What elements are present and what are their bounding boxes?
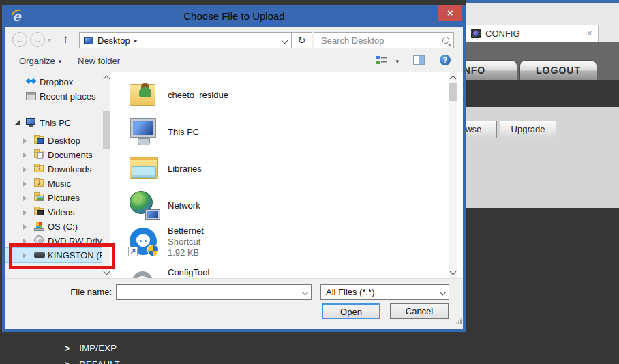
dialog-titlebar: e Choose File to Upload × xyxy=(5,5,463,27)
back-button[interactable]: ← xyxy=(12,32,27,47)
scroll-down-icon[interactable] xyxy=(450,269,457,275)
config-favicon-icon xyxy=(471,29,481,38)
expander-closed-icon[interactable] xyxy=(23,167,27,172)
file-name: Betternet xyxy=(168,226,204,237)
file-name: Libraries xyxy=(168,164,202,174)
organize-button[interactable]: Organize ▾ xyxy=(19,56,61,66)
search-box[interactable] xyxy=(314,32,454,48)
search-icon xyxy=(442,37,449,44)
dropbox-icon xyxy=(26,76,37,87)
os-drive-icon xyxy=(34,221,45,232)
libraries-icon xyxy=(128,153,160,184)
scroll-up-icon[interactable] xyxy=(450,76,457,82)
expander-closed-icon[interactable] xyxy=(23,181,27,187)
file-item-network[interactable]: Network xyxy=(110,187,438,224)
sidebar-item-label: OS (C:) xyxy=(48,222,78,232)
sidebar-item-videos[interactable]: Videos xyxy=(5,205,102,219)
command-bar: Organize ▾ New folder ▾ ? xyxy=(5,50,463,72)
upgrade-button[interactable]: Upgrade xyxy=(500,121,556,138)
resize-grip[interactable] xyxy=(456,318,462,324)
computer-icon xyxy=(26,117,37,128)
sidebar-item-label: Downloads xyxy=(48,164,91,175)
menu-item-imp-exp[interactable]: > IMP/EXP xyxy=(65,343,117,353)
sidebar-item-music[interactable]: Music xyxy=(5,177,102,191)
file-name-combo[interactable] xyxy=(116,284,312,300)
expander-closed-icon[interactable] xyxy=(23,210,27,215)
search-input[interactable] xyxy=(320,35,442,46)
expander-closed-icon[interactable] xyxy=(23,196,27,201)
sidebar-item-downloads[interactable]: Downloads xyxy=(5,162,102,177)
file-item-this-pc[interactable]: This PC xyxy=(110,113,438,150)
desktop-icon xyxy=(84,37,93,44)
preview-pane-icon[interactable] xyxy=(413,55,425,65)
breadcrumb[interactable]: Desktop xyxy=(97,35,130,46)
videos-folder-icon xyxy=(34,208,44,215)
scrollbar-thumb[interactable] xyxy=(449,83,457,101)
change-view-icon[interactable] xyxy=(376,56,387,66)
new-folder-button[interactable]: New folder xyxy=(78,56,120,66)
uac-shield-icon xyxy=(147,245,159,257)
shortcut-arrow-icon: ↗ xyxy=(128,247,138,256)
sidebar-item-os-c[interactable]: OS (C:) xyxy=(5,219,102,234)
list-scrollbar[interactable] xyxy=(449,72,457,278)
up-one-level-button[interactable]: ↑ xyxy=(63,33,69,46)
breadcrumb-arrow-icon[interactable]: ▸ xyxy=(134,37,138,44)
select-dropdown-icon xyxy=(439,289,446,296)
pictures-folder-icon xyxy=(34,194,44,201)
downloads-folder-icon xyxy=(34,165,44,172)
sidebar-item-dropbox[interactable]: Dropbox xyxy=(5,75,102,89)
file-item-configtool[interactable]: ConfigTool xyxy=(110,263,438,278)
dialog-footer: File name: All Files (*.*) Open Cancel xyxy=(5,278,463,325)
history-dropdown-icon[interactable]: ▾ xyxy=(48,36,51,44)
sidebar-item-recent-places[interactable]: Recent places xyxy=(5,89,102,104)
sidebar-item-desktop[interactable]: Desktop xyxy=(5,134,102,148)
documents-folder-icon xyxy=(34,151,44,158)
file-list: cheeto_residueThis PCLibrariesNetwork↗Be… xyxy=(110,72,463,278)
sidebar-item-item[interactable] xyxy=(5,271,102,278)
tab-close-icon[interactable]: × xyxy=(587,29,592,38)
file-item-libraries[interactable]: Libraries xyxy=(110,150,438,187)
expander-open-icon[interactable] xyxy=(15,120,20,125)
file-name: ConfigTool xyxy=(168,267,209,277)
open-button[interactable]: Open xyxy=(322,303,380,319)
sidebar-item-label: Recent places xyxy=(40,91,95,102)
browser-top-border xyxy=(466,0,619,3)
forward-button[interactable]: → xyxy=(30,32,45,47)
sidebar-item-label: Music xyxy=(48,179,71,189)
chevron-right-icon: > xyxy=(65,359,70,364)
sidebar-item-documents[interactable]: Documents xyxy=(5,148,102,162)
sidebar-item-label: Desktop xyxy=(48,136,80,146)
file-type-select[interactable]: All Files (*.*) xyxy=(320,284,449,300)
scroll-down-icon[interactable] xyxy=(104,269,110,275)
refresh-button[interactable]: ↻ xyxy=(291,32,312,48)
scroll-up-icon[interactable] xyxy=(104,76,110,82)
tab-logout[interactable]: LOGOUT xyxy=(519,60,597,80)
choose-file-dialog: e Choose File to Upload × ← → ▾ ↑ Deskto… xyxy=(2,5,466,332)
expander-closed-icon[interactable] xyxy=(23,153,27,158)
help-icon[interactable]: ? xyxy=(440,55,451,65)
file-item-cheeto-residue[interactable]: cheeto_residue xyxy=(110,76,438,113)
recent-places-icon xyxy=(26,92,36,100)
scrollbar-thumb[interactable] xyxy=(103,111,110,149)
betternet-shortcut-icon: ↗ xyxy=(128,226,160,258)
sidebar-item-label: Videos xyxy=(48,207,75,217)
menu-item-default[interactable]: > DEFAULT xyxy=(65,359,120,364)
dialog-close-button[interactable]: × xyxy=(438,5,462,21)
browser-tab-title: CONFIG xyxy=(485,29,587,39)
file-item-betternet[interactable]: ↗BetternetShortcut1.92 KB xyxy=(110,224,438,260)
combo-dropdown-icon xyxy=(301,289,308,296)
file-name-label: File name: xyxy=(5,287,112,297)
expander-closed-icon[interactable] xyxy=(23,224,27,230)
expander-closed-icon[interactable] xyxy=(23,138,27,144)
sidebar-item-this-pc[interactable]: This PC xyxy=(5,116,102,130)
browser-tab-config[interactable]: CONFIG × xyxy=(466,25,599,42)
address-dropdown-icon[interactable] xyxy=(282,37,288,44)
address-bar[interactable]: Desktop ▸ xyxy=(79,32,292,48)
desktop-folder-icon xyxy=(34,136,44,144)
cancel-button[interactable]: Cancel xyxy=(390,303,449,319)
file-name: Network xyxy=(168,200,200,211)
file-detail: Shortcut xyxy=(168,237,204,247)
file-name-input[interactable] xyxy=(117,285,299,299)
sidebar-item-pictures[interactable]: Pictures xyxy=(5,191,102,205)
view-dropdown-icon[interactable]: ▾ xyxy=(395,58,399,65)
